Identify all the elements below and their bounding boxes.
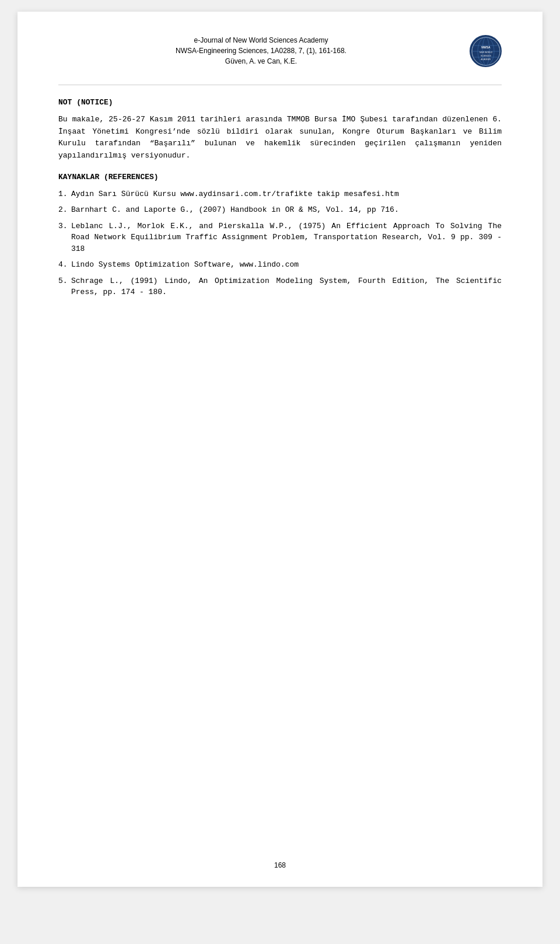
svg-text:NWSA: NWSA xyxy=(481,46,491,49)
page-number: 168 xyxy=(274,861,286,869)
page-header: e-Journal of New World Sciences Academy … xyxy=(58,35,502,67)
ref-number-2: 2. xyxy=(58,204,71,216)
ref-number-5: 5. xyxy=(58,275,71,298)
journal-info: e-Journal of New World Sciences Academy … xyxy=(58,35,464,67)
main-content: NOT (NOTICE) Bu makale, 25-26-27 Kasım 2… xyxy=(58,97,502,298)
ref-text-5: Schrage L., (1991) Lindo, An Optimizatio… xyxy=(71,275,502,298)
logo-circle: NWSA NEW WORLD SCIENCES ACADEMY xyxy=(470,35,502,67)
ref-number-4: 4. xyxy=(58,259,71,271)
reference-item-1: 1. Aydın Sarı Sürücü Kursu www.aydinsari… xyxy=(58,188,502,200)
svg-text:NEW WORLD: NEW WORLD xyxy=(479,51,492,54)
svg-text:SCIENCES: SCIENCES xyxy=(481,55,492,57)
ref-text-4: Lindo Systems Optimization Software, www… xyxy=(71,259,502,271)
ref-text-1: Aydın Sarı Sürücü Kursu www.aydinsari.co… xyxy=(71,188,502,200)
para2-text: İnşaat Yönetimi Kongresi’nde sözlü bildi… xyxy=(58,127,502,160)
paragraph-1: Bu makale, 25-26-27 Kasım 2011 tarihleri… xyxy=(58,114,502,162)
page: e-Journal of New World Sciences Academy … xyxy=(18,12,542,887)
svg-text:ACADEMY: ACADEMY xyxy=(481,58,491,61)
page-footer: 168 xyxy=(18,861,542,869)
journal-title-line3: Güven, A. ve Can, K.E. xyxy=(58,56,464,67)
ref-text-3: Leblanc L.J., Morlok E.K., and Pierskall… xyxy=(71,221,502,255)
ref-text-2: Barnhart C. and Laporte G., (2007) Handb… xyxy=(71,204,502,216)
journal-logo: NWSA NEW WORLD SCIENCES ACADEMY xyxy=(470,35,502,67)
reference-item-4: 4. Lindo Systems Optimization Software, … xyxy=(58,259,502,271)
journal-title-line2: NWSA-Engineering Sciences, 1A0288, 7, (1… xyxy=(58,46,464,56)
notice-heading: NOT (NOTICE) xyxy=(58,97,502,109)
reference-item-2: 2. Barnhart C. and Laporte G., (2007) Ha… xyxy=(58,204,502,216)
references-heading: KAYNAKLAR (REFERENCES) xyxy=(58,172,502,184)
journal-title-line1: e-Journal of New World Sciences Academy xyxy=(58,35,464,46)
reference-item-5: 5. Schrage L., (1991) Lindo, An Optimiza… xyxy=(58,275,502,298)
para1-text: Bu makale, 25-26-27 Kasım 2011 tarihleri… xyxy=(58,115,502,124)
ref-number-1: 1. xyxy=(58,188,71,200)
header-divider xyxy=(58,85,502,85)
ref-number-3: 3. xyxy=(58,221,71,255)
reference-item-3: 3. Leblanc L.J., Morlok E.K., and Piersk… xyxy=(58,221,502,255)
